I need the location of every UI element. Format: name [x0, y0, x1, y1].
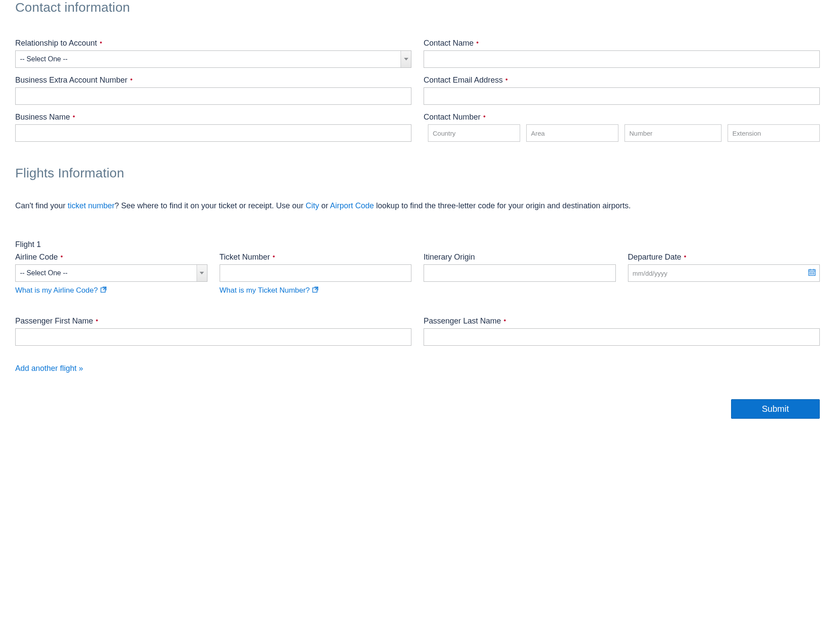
external-link-icon — [312, 286, 318, 295]
help-text-part: ? See where to find it on your ticket or… — [115, 201, 306, 210]
bex-number-label: Business Extra Account Number — [15, 76, 411, 85]
email-label: Contact Email Address — [424, 76, 820, 85]
contact-section-title: Contact information — [15, 0, 820, 15]
business-name-input[interactable] — [15, 124, 411, 142]
ticket-number-link[interactable]: ticket number — [68, 201, 115, 210]
phone-country-input[interactable] — [428, 124, 520, 142]
airline-code-label: Airline Code — [15, 253, 207, 262]
email-input[interactable] — [424, 87, 820, 105]
itinerary-origin-input[interactable] — [424, 264, 616, 282]
relationship-select[interactable]: -- Select One -- — [15, 50, 411, 68]
city-lookup-link[interactable]: City — [306, 201, 319, 210]
bex-number-input[interactable] — [15, 87, 411, 105]
svg-marker-0 — [404, 58, 408, 60]
flights-section-title: Flights Information — [15, 166, 820, 180]
passenger-last-name-input[interactable] — [424, 328, 820, 346]
airline-code-hint-text: What is my Airline Code? — [15, 286, 98, 295]
departure-date-label: Departure Date — [628, 253, 820, 262]
airport-code-link[interactable]: Airport Code — [330, 201, 374, 210]
phone-number-input[interactable] — [625, 124, 721, 142]
business-name-label: Business Name — [15, 113, 411, 122]
airline-code-value: -- Select One -- — [16, 265, 197, 281]
chevron-down-icon — [401, 51, 411, 67]
svg-point-8 — [810, 272, 810, 273]
submit-button[interactable]: Submit — [731, 399, 820, 419]
help-text-part: or — [319, 201, 330, 210]
relationship-value: -- Select One -- — [16, 51, 401, 67]
phone-area-input[interactable] — [526, 124, 618, 142]
flight-1-heading: Flight 1 — [15, 240, 820, 249]
passenger-last-name-label: Passenger Last Name — [424, 317, 820, 326]
departure-date-field[interactable] — [628, 264, 820, 282]
external-link-icon — [100, 286, 107, 295]
ticket-number-hint-link[interactable]: What is my Ticket Number? — [220, 286, 319, 295]
help-text-part: Can't find your — [15, 201, 68, 210]
add-another-flight-link[interactable]: Add another flight » — [15, 364, 83, 373]
svg-point-9 — [812, 272, 812, 273]
departure-date-input[interactable] — [632, 265, 808, 281]
svg-point-10 — [813, 272, 814, 273]
airline-code-select[interactable]: -- Select One -- — [15, 264, 207, 282]
contact-name-label: Contact Name — [424, 39, 820, 48]
ticket-number-input[interactable] — [220, 264, 412, 282]
phone-extension-input[interactable] — [728, 124, 820, 142]
svg-point-11 — [810, 274, 810, 274]
airline-code-hint-link[interactable]: What is my Airline Code? — [15, 286, 107, 295]
svg-point-12 — [812, 274, 812, 274]
chevron-down-icon — [197, 265, 207, 281]
passenger-first-name-label: Passenger First Name — [15, 317, 411, 326]
flights-help-text: Can't find your ticket number? See where… — [15, 200, 820, 212]
ticket-number-label: Ticket Number — [220, 253, 412, 262]
relationship-label: Relationship to Account — [15, 39, 411, 48]
calendar-icon[interactable] — [808, 268, 816, 278]
contact-name-input[interactable] — [424, 50, 820, 68]
ticket-number-hint-text: What is my Ticket Number? — [220, 286, 310, 295]
passenger-first-name-input[interactable] — [15, 328, 411, 346]
contact-number-label: Contact Number — [424, 113, 820, 122]
svg-marker-1 — [200, 272, 204, 274]
svg-point-13 — [813, 274, 814, 274]
itinerary-origin-label: Itinerary Origin — [424, 253, 616, 262]
help-text-part: lookup to find the three-letter code for… — [374, 201, 631, 210]
